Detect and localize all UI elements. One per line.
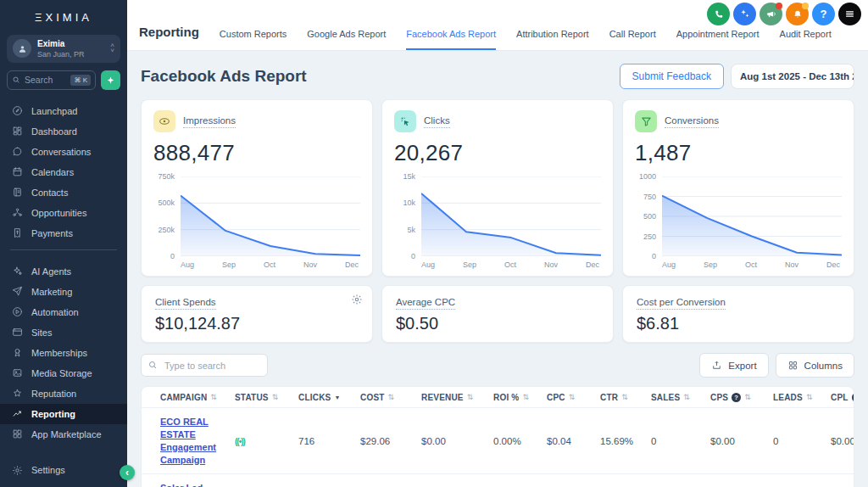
campaign-link[interactable]: Solar Led Leads bbox=[160, 483, 203, 487]
sidebar-item-conversations[interactable]: Conversations bbox=[0, 142, 127, 162]
account-location: San Juan, PR bbox=[37, 50, 85, 59]
area-chart-plot bbox=[181, 176, 360, 256]
sidebar-item-payments[interactable]: Payments bbox=[0, 223, 127, 244]
sidebar-item-marketing[interactable]: Marketing bbox=[0, 282, 127, 302]
cell-roi: 0.00% bbox=[493, 436, 547, 446]
sidebar-item-memberships[interactable]: Memberships bbox=[0, 343, 127, 363]
sidebar-item-reporting[interactable]: Reporting bbox=[0, 404, 127, 424]
column-header-cost[interactable]: COST⇅ bbox=[360, 393, 421, 402]
sidebar-item-dashboard[interactable]: Dashboard bbox=[0, 121, 127, 142]
cell-cost: $29.06 bbox=[360, 436, 421, 446]
column-header-ctr[interactable]: CTR⇅ bbox=[600, 393, 651, 402]
sidebar-item-calendars[interactable]: Calendars bbox=[0, 162, 127, 182]
phone-icon[interactable] bbox=[707, 3, 730, 25]
notification-dot bbox=[802, 3, 809, 9]
help-icon[interactable]: ? bbox=[812, 3, 835, 25]
column-header-clicks[interactable]: CLICKS▼ bbox=[298, 393, 360, 402]
summary-label[interactable]: Client Spends bbox=[155, 297, 216, 310]
campaign-link[interactable]: ECO REAL ESTATE Engagement Campaign bbox=[160, 417, 216, 465]
metric-label[interactable]: Impressions bbox=[183, 115, 236, 128]
eye-icon bbox=[153, 110, 175, 132]
sidebar-search-input[interactable] bbox=[25, 75, 65, 85]
summary-value: $10,124.87 bbox=[155, 314, 359, 333]
bell-icon[interactable] bbox=[786, 3, 809, 25]
y-axis-ticks: 750k500k250k0 bbox=[153, 173, 181, 260]
sidebar-item-app-marketplace[interactable]: App Marketplace bbox=[0, 424, 127, 445]
sidebar-item-reputation[interactable]: Reputation bbox=[0, 383, 127, 404]
column-header-status[interactable]: STATUS⇅ bbox=[235, 393, 298, 402]
column-header-sales[interactable]: SALES⇅ bbox=[651, 393, 710, 402]
metric-label[interactable]: Clicks bbox=[424, 115, 450, 128]
sidebar-item-ai-agents[interactable]: AI Agents bbox=[0, 261, 127, 282]
column-header-leads[interactable]: LEADS⇅ bbox=[773, 393, 831, 402]
funnel-icon bbox=[635, 110, 657, 132]
x-axis-ticks: AugSepOctNovDec bbox=[181, 260, 359, 269]
submit-feedback-button[interactable]: Submit Feedback bbox=[620, 64, 724, 89]
tab-call-report[interactable]: Call Report bbox=[609, 29, 656, 50]
tab-appointment-report[interactable]: Appointment Report bbox=[676, 29, 760, 50]
sidebar-item-opportunities[interactable]: Opportunities bbox=[0, 203, 127, 223]
table-search-input[interactable] bbox=[141, 354, 268, 377]
sidebar-item-contacts[interactable]: Contacts bbox=[0, 182, 127, 203]
tab-attribution-report[interactable]: Attribution Report bbox=[516, 29, 589, 50]
sidebar-item-settings[interactable]: Settings bbox=[0, 460, 127, 480]
column-header-roi-[interactable]: ROI %⇅ bbox=[493, 393, 547, 402]
sidebar-item-media-storage[interactable]: Media Storage bbox=[0, 363, 127, 383]
export-button[interactable]: Export bbox=[699, 353, 768, 378]
account-switcher[interactable]: Eximia San Juan, PR ˄˅ bbox=[7, 35, 120, 63]
tab-facebook-ads-report[interactable]: Facebook Ads Report bbox=[406, 29, 496, 50]
sort-icon: ⇅ bbox=[522, 393, 529, 401]
sort-desc-icon: ▼ bbox=[334, 395, 340, 400]
gear-icon bbox=[12, 465, 23, 476]
column-header-cpc[interactable]: CPC⇅ bbox=[547, 393, 600, 402]
summary-label[interactable]: Average CPC bbox=[396, 297, 455, 310]
status-active-icon bbox=[235, 437, 245, 446]
columns-icon bbox=[787, 360, 798, 371]
gear-icon[interactable] bbox=[351, 294, 363, 305]
cell-sales: 0 bbox=[651, 436, 710, 446]
sort-icon: ⇅ bbox=[744, 393, 751, 401]
clicks-chart: 15k10k5k0 bbox=[394, 176, 601, 256]
impressions-card: Impressions 888,477 750k500k250k0 AugSep… bbox=[141, 99, 373, 277]
column-header-cps[interactable]: CPS?⇅ bbox=[710, 393, 773, 402]
sidebar-item-label: Sites bbox=[31, 327, 52, 339]
info-icon[interactable]: ? bbox=[732, 393, 741, 402]
metric-value: 888,477 bbox=[153, 140, 360, 166]
megaphone-icon[interactable] bbox=[760, 3, 782, 25]
tab-audit-report[interactable]: Audit Report bbox=[780, 29, 832, 50]
tab-custom-reports[interactable]: Custom Reports bbox=[220, 29, 287, 50]
info-icon[interactable]: ? bbox=[852, 393, 854, 402]
sidebar-item-label: App Marketplace bbox=[31, 428, 102, 440]
sidebar-item-label: Launchpad bbox=[31, 105, 77, 117]
sidebar-item-launchpad[interactable]: Launchpad bbox=[0, 101, 127, 121]
compass-icon bbox=[12, 105, 23, 116]
page-title: Facebook Ads Report bbox=[141, 67, 307, 86]
column-header-campaign[interactable]: CAMPAIGN⇅ bbox=[160, 393, 235, 402]
metric-label[interactable]: Conversions bbox=[665, 115, 719, 128]
sidebar-item-automation[interactable]: Automation bbox=[0, 302, 127, 322]
sidebar-item-sites[interactable]: Sites bbox=[0, 322, 127, 343]
conversions-card: Conversions 1,487 10007505002500 AugSepO… bbox=[622, 99, 854, 277]
ai-sparkle-button[interactable] bbox=[101, 70, 120, 90]
tab-google-ads-report[interactable]: Google Ads Report bbox=[307, 29, 386, 50]
sidebar-item-label: AI Agents bbox=[31, 266, 71, 277]
column-header-revenue[interactable]: REVENUE⇅ bbox=[421, 393, 493, 402]
account-avatar-icon bbox=[13, 39, 31, 58]
search-icon bbox=[147, 360, 158, 370]
conversions-chart: 10007505002500 bbox=[635, 176, 842, 256]
average-cpc-card: Average CPC $0.50 bbox=[381, 285, 614, 343]
table-search bbox=[141, 354, 268, 377]
columns-button[interactable]: Columns bbox=[776, 353, 854, 378]
profile-menu-icon[interactable] bbox=[838, 3, 861, 25]
sidebar-collapse-button[interactable]: ‹ bbox=[120, 465, 135, 480]
cell-cpc: $0.04 bbox=[547, 436, 600, 446]
date-range-picker[interactable]: Aug 1st 2025 - Dec 13th 202 bbox=[731, 64, 854, 89]
sort-icon: ⇅ bbox=[388, 393, 395, 401]
summary-label[interactable]: Cost per Conversion bbox=[637, 297, 726, 310]
content-area: Facebook Ads Report Submit Feedback Aug … bbox=[127, 51, 868, 487]
export-icon bbox=[711, 360, 722, 371]
sidebar-item-label: Media Storage bbox=[31, 367, 92, 379]
sidebar-search[interactable]: ⌘ K bbox=[7, 70, 96, 90]
column-header-cpl[interactable]: CPL? bbox=[831, 393, 854, 402]
sparkles-icon[interactable] bbox=[733, 3, 756, 25]
